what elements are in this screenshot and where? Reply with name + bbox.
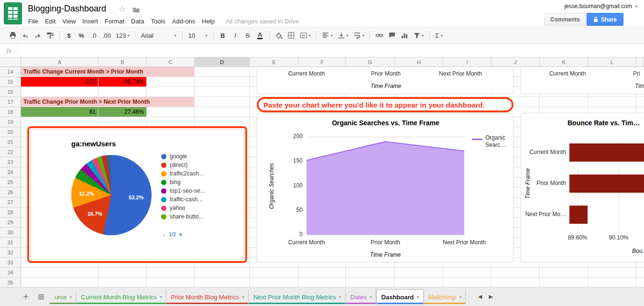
document-title[interactable]: Blogging-Dashboard — [28, 4, 106, 14]
bar-current-month[interactable] — [569, 143, 644, 162]
redo-button[interactable] — [33, 30, 43, 41]
row-header-17[interactable]: 17 — [0, 97, 21, 107]
cell-a18[interactable]: 81 — [21, 107, 98, 117]
cell-b15[interactable]: -45.74% — [98, 77, 146, 87]
account-email[interactable]: jesse.bouman@gmail.com ▾ — [564, 3, 637, 10]
all-sheets-button[interactable] — [34, 290, 48, 304]
currency-format-button[interactable]: $ — [64, 30, 74, 41]
bold-button[interactable]: B — [218, 30, 228, 41]
row-header-15[interactable]: 15 — [0, 77, 21, 87]
row-header-26[interactable]: 26 — [0, 187, 21, 197]
sheet-tab-dates[interactable]: Dates▾ — [346, 290, 376, 304]
tabs-scroll-right-button[interactable]: ▶ — [489, 294, 493, 300]
row-header-30[interactable]: 30 — [0, 228, 21, 238]
tab-dropdown-icon[interactable]: ▾ — [160, 295, 162, 299]
column-header-k[interactable]: K — [540, 57, 588, 67]
row-header-29[interactable]: 29 — [0, 218, 21, 228]
row-header-24[interactable]: 24 — [0, 167, 21, 177]
sheet-tab-dashboard[interactable]: Dashboard▾ — [376, 289, 424, 304]
fragment-top-middle[interactable]: Current MonthPrior MonthNext Prior Month… — [257, 67, 513, 94]
bounce-rate-hbar[interactable]: Bounce Rate vs. Tim…89.60%90.10%Current … — [521, 113, 644, 262]
tab-dropdown-icon[interactable]: ▾ — [417, 295, 419, 299]
menu-add-ons[interactable]: Add-ons — [169, 17, 198, 26]
insert-chart-button[interactable] — [399, 30, 410, 41]
save-status[interactable]: All changes saved in Drive — [226, 18, 299, 25]
select-all-corner[interactable] — [0, 57, 21, 67]
menu-view[interactable]: View — [59, 17, 79, 26]
column-header-b[interactable]: B — [98, 57, 147, 67]
vertical-align-button[interactable]: ▾ — [336, 30, 350, 41]
insert-comment-button[interactable] — [387, 30, 397, 41]
column-header-j[interactable]: J — [491, 57, 540, 67]
paint-format-button[interactable] — [45, 30, 55, 41]
filter-button[interactable]: ▾ — [412, 30, 426, 41]
cell-a14[interactable]: Traffic Change Current Month > Prior Mon… — [21, 67, 194, 76]
row-header-23[interactable]: 23 — [0, 157, 21, 167]
legend-item-yahoo[interactable]: yahoo — [161, 205, 186, 211]
undo-button[interactable] — [20, 30, 31, 41]
row-header-18[interactable]: 18 — [0, 107, 21, 117]
fragment-top-right[interactable]: Current MonthPriTim — [521, 67, 644, 94]
column-header-e[interactable]: E — [250, 57, 299, 67]
cell-a15[interactable]: -172 — [21, 77, 98, 87]
sheet-tab-urce[interactable]: urce▾ — [50, 290, 76, 304]
row-header-32[interactable]: 32 — [0, 248, 21, 258]
column-header-d[interactable]: D — [195, 57, 250, 67]
functions-button[interactable]: Σ▾ — [434, 30, 444, 41]
tab-dropdown-icon[interactable]: ▾ — [370, 295, 372, 299]
column-header-l[interactable]: L — [588, 57, 636, 67]
menu-format[interactable]: Format — [101, 17, 128, 26]
tabs-scroll-left-button[interactable]: ◀ — [478, 294, 482, 300]
sheet-tab-mailchimp[interactable]: Mailchimp▾ — [424, 290, 466, 304]
italic-button[interactable]: I — [230, 30, 240, 41]
row-header-21[interactable]: 21 — [0, 137, 21, 147]
legend-item-traffic-cash[interactable]: traffic-cash… — [161, 196, 203, 203]
column-header-f[interactable]: F — [299, 57, 346, 67]
move-to-folder-icon[interactable] — [132, 6, 140, 15]
font-size-select[interactable]: 10▾ — [186, 30, 210, 41]
legend-prev-icon[interactable]: ▲ — [162, 232, 166, 237]
column-header-h[interactable]: H — [395, 57, 443, 67]
fill-color-button[interactable] — [273, 30, 284, 41]
formula-input[interactable] — [18, 44, 644, 57]
sheets-logo-icon[interactable] — [4, 2, 22, 24]
row-header-34[interactable]: 34 — [0, 268, 21, 278]
tab-dropdown-icon[interactable]: ▾ — [339, 295, 341, 299]
percent-format-button[interactable]: % — [76, 30, 87, 41]
horizontal-align-button[interactable]: ▾ — [320, 30, 334, 41]
sheet-tab-prior-month-blog-metrics[interactable]: Prior Month Blog Metrics▾ — [166, 290, 249, 304]
star-icon[interactable]: ☆ — [119, 4, 125, 13]
cell-b18[interactable]: 27.46% — [98, 107, 146, 117]
sheet-tab-current-month-blog-metrics[interactable]: Current Month Blog Metrics▾ — [76, 290, 166, 304]
row-header-35[interactable]: 35 — [0, 278, 21, 288]
comments-button[interactable]: Comments — [544, 13, 586, 26]
menu-data[interactable]: Data — [128, 17, 147, 26]
tab-dropdown-icon[interactable]: ▾ — [242, 295, 244, 299]
bar-next-prior-mo[interactable] — [569, 206, 588, 224]
column-header-g[interactable]: G — [346, 57, 395, 67]
traffic-sources-pie[interactable]: ga:newUsers53.2%16.7%12.2%google(direct)… — [31, 130, 244, 260]
row-header-25[interactable]: 25 — [0, 177, 21, 187]
insert-link-button[interactable] — [374, 30, 385, 41]
decrease-decimals-button[interactable]: .0 — [88, 30, 99, 41]
column-header-c[interactable]: C — [147, 57, 195, 67]
menu-insert[interactable]: Insert — [79, 17, 101, 26]
row-header-16[interactable]: 16 — [0, 87, 21, 97]
row-header-22[interactable]: 22 — [0, 147, 21, 157]
legend-item-bing[interactable]: bing — [161, 179, 181, 186]
tab-dropdown-icon[interactable]: ▾ — [459, 295, 461, 299]
share-button[interactable]: Share — [587, 13, 623, 26]
strikethrough-button[interactable]: S — [242, 30, 253, 41]
tab-dropdown-icon[interactable]: ▾ — [70, 295, 72, 299]
row-header-33[interactable]: 33 — [0, 258, 21, 268]
menu-file[interactable]: File — [25, 17, 42, 26]
bar-prior-month[interactable] — [569, 175, 644, 193]
column-header-a[interactable]: A — [21, 57, 98, 67]
row-header-19[interactable]: 19 — [0, 117, 21, 127]
menu-tools[interactable]: Tools — [147, 17, 168, 26]
column-header-i[interactable]: I — [443, 57, 491, 67]
legend-item-direct[interactable]: (direct) — [161, 162, 187, 168]
increase-decimals-button[interactable]: .00 — [101, 30, 112, 41]
menu-edit[interactable]: Edit — [42, 17, 59, 26]
menu-help[interactable]: Help — [198, 17, 218, 26]
